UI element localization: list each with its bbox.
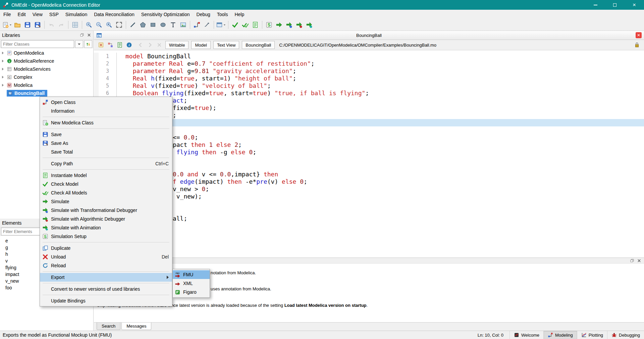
line-tool-button[interactable] bbox=[128, 20, 138, 30]
documentation-view-button[interactable]: i bbox=[125, 41, 133, 49]
expander-icon[interactable] bbox=[2, 60, 7, 62]
tab-search[interactable]: Search bbox=[97, 323, 120, 330]
tree-scroll-button[interactable] bbox=[84, 40, 92, 48]
ctx-item-simulate-with-animation[interactable]: Simulate with Animation bbox=[40, 223, 172, 232]
code-line-8[interactable]: 8 Real v_new(fixed=true); bbox=[94, 104, 644, 112]
code-line-23[interactable]: 23end BouncingBall; bbox=[94, 215, 644, 222]
save-as-button[interactable] bbox=[33, 20, 42, 30]
menu-simulation[interactable]: Simulation bbox=[62, 10, 91, 19]
lock-button[interactable] bbox=[633, 41, 641, 49]
filter-classes-input[interactable] bbox=[1, 40, 74, 48]
bitmap-tool-button[interactable] bbox=[178, 20, 188, 30]
perspective-modeling[interactable]: Modeling bbox=[543, 331, 577, 339]
library-item-complex[interactable]: CComplex bbox=[0, 73, 93, 81]
code-line-12[interactable]: 12 impact = h <= 0.0; bbox=[94, 134, 644, 141]
instantiate-model-button[interactable] bbox=[251, 20, 260, 30]
simulate-algorithmic-debugger-button[interactable] bbox=[294, 20, 304, 30]
simulate-transformational-debugger-button[interactable] bbox=[284, 20, 294, 30]
new-modelica-class-button[interactable] bbox=[2, 20, 12, 30]
ctx-item-instantiate-model[interactable]: Instantiate Model bbox=[40, 171, 172, 180]
line-number[interactable]: 3 bbox=[94, 67, 117, 75]
expander-icon[interactable] bbox=[2, 52, 7, 54]
close-icon[interactable] bbox=[637, 259, 641, 263]
simulation-setup-button[interactable]: S bbox=[264, 20, 274, 30]
ctx-item-save-as[interactable]: Save As bbox=[40, 139, 172, 148]
code-line-9[interactable]: 9 Integer foo; bbox=[94, 112, 644, 119]
code-line-11[interactable]: 11equation bbox=[94, 126, 644, 134]
code-line-19[interactable]: 19 flying = v_new > 0; bbox=[94, 185, 644, 193]
zoom-out-button[interactable] bbox=[94, 20, 104, 30]
ctx-item-check-model[interactable]: Check Model bbox=[40, 180, 172, 188]
writable-button[interactable]: Writable bbox=[165, 41, 189, 49]
perspective-welcome[interactable]: Welcome bbox=[509, 331, 543, 339]
code-line-2[interactable]: 2 parameter Real e=0.7 "coefficient of r… bbox=[94, 60, 644, 67]
close-icon[interactable] bbox=[87, 33, 91, 37]
zoom-in-button[interactable] bbox=[84, 20, 94, 30]
menu-debug[interactable]: Debug bbox=[193, 10, 214, 19]
save-button[interactable] bbox=[23, 20, 32, 30]
text-tool-button[interactable] bbox=[168, 20, 178, 30]
code-line-6[interactable]: 6 Boolean flying(fixed=true, start=true)… bbox=[94, 90, 644, 97]
navigate-forward-button[interactable] bbox=[146, 41, 154, 49]
ctx-item-open-class[interactable]: Open Class bbox=[40, 98, 172, 107]
menu-ssp[interactable]: SSP bbox=[46, 10, 62, 19]
code-line-18[interactable]: 18 v_new = if edge(impact) then -e*pre(v… bbox=[94, 178, 644, 185]
ctx-item-update-bindings[interactable]: Update Bindings bbox=[40, 296, 172, 305]
fit-to-diagram-button[interactable] bbox=[114, 20, 124, 30]
document-close-button[interactable]: ✕ bbox=[636, 32, 642, 38]
library-item-modelicaservices[interactable]: ModelicaServices bbox=[0, 65, 93, 73]
ctx-item-unload[interactable]: UnloadDel bbox=[40, 252, 172, 261]
ctx-item-simulation-setup[interactable]: SSimulation Setup bbox=[40, 232, 172, 241]
expander-icon[interactable] bbox=[2, 68, 7, 70]
code-line-4[interactable]: 4 Real h(fixed=true, start=1) "height of… bbox=[94, 75, 644, 82]
simulate-animation-button[interactable] bbox=[305, 20, 314, 30]
code-line-5[interactable]: 5 Real v(fixed=true) "velocity of ball"; bbox=[94, 82, 644, 90]
transition-mode-button[interactable] bbox=[202, 20, 212, 30]
code-line-16[interactable]: 16 bbox=[94, 163, 644, 171]
ctx-item-copy-path[interactable]: Copy PathCtrl+C bbox=[40, 159, 172, 168]
undo-button[interactable] bbox=[47, 20, 56, 30]
float-icon[interactable] bbox=[630, 259, 634, 263]
close-class-button[interactable] bbox=[155, 41, 163, 49]
code-line-10[interactable]: 10 bbox=[94, 119, 644, 126]
ctx-item-export[interactable]: Export bbox=[40, 273, 172, 282]
float-icon[interactable] bbox=[80, 33, 84, 37]
code-line-20[interactable]: 20 reinit(v, v_new); bbox=[94, 193, 644, 200]
menu-file[interactable]: File bbox=[0, 10, 14, 19]
maximize-button[interactable] bbox=[605, 0, 625, 10]
code-editor[interactable]: 1model BouncingBall2 parameter Real e=0.… bbox=[94, 50, 644, 258]
filter-options-button[interactable] bbox=[75, 40, 83, 48]
diagram-view-button[interactable] bbox=[106, 41, 114, 49]
show-grid-button[interactable] bbox=[70, 20, 80, 30]
minimize-button[interactable] bbox=[586, 0, 605, 10]
ctx-item-save[interactable]: Save bbox=[40, 130, 172, 139]
text-view-mode-button[interactable] bbox=[116, 41, 124, 49]
library-item-openmodelica[interactable]: OpenModelica bbox=[0, 49, 93, 57]
open-model-button[interactable] bbox=[13, 20, 22, 30]
tab-messages[interactable]: Messages bbox=[121, 323, 151, 330]
ellipse-tool-button[interactable] bbox=[158, 20, 168, 30]
menu-help[interactable]: Help bbox=[231, 10, 248, 19]
ctx-item-reload[interactable]: Reload bbox=[40, 261, 172, 270]
ctx-item-new-modelica-class[interactable]: New Modelica Class bbox=[40, 118, 172, 127]
expander-icon[interactable] bbox=[2, 84, 7, 87]
export-fmu[interactable]: FMUFMU bbox=[173, 270, 210, 279]
code-line-7[interactable]: 7 Boolean impact; bbox=[94, 97, 644, 104]
menu-data-reconciliation[interactable]: Data Reconciliation bbox=[91, 10, 138, 19]
menu-tools[interactable]: Tools bbox=[214, 10, 231, 19]
library-item-bouncingball[interactable]: MBouncingBall bbox=[0, 89, 93, 97]
ctx-item-convert-to-newer-versions-of-used-libraries[interactable]: Convert to newer versions of used librar… bbox=[40, 285, 172, 293]
close-button[interactable]: × bbox=[625, 0, 644, 10]
code-line-22[interactable]: 22 bbox=[94, 208, 644, 215]
code-line-14[interactable]: 14 der(v) = if flying then -g else 0; bbox=[94, 149, 644, 156]
perspective-plotting[interactable]: Plotting bbox=[577, 331, 607, 339]
code-line-21[interactable]: 21 end when; bbox=[94, 200, 644, 208]
line-number[interactable]: 2 bbox=[94, 60, 117, 67]
library-item-modelica[interactable]: MModelica bbox=[0, 81, 93, 89]
line-number[interactable]: 4 bbox=[94, 75, 117, 82]
redo-button[interactable] bbox=[57, 20, 66, 30]
library-item-modelicareference[interactable]: iModelicaReference bbox=[0, 57, 93, 65]
ctx-item-check-all-models[interactable]: Check All Models bbox=[40, 188, 172, 197]
line-number[interactable]: 1 bbox=[94, 53, 117, 60]
code-line-17[interactable]: 17 when {h <= 0.0 and v <= 0.0,impact} t… bbox=[94, 171, 644, 178]
